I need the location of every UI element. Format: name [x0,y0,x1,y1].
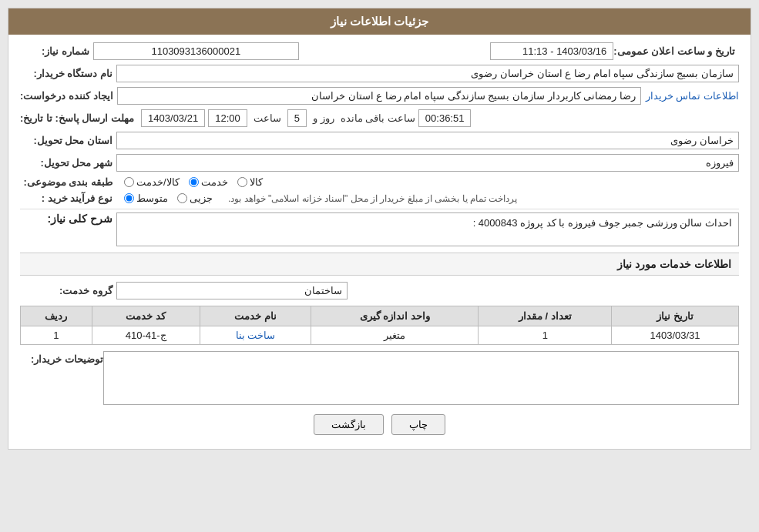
city-value: فیروزه [116,154,739,172]
buyer-org-value: سازمان بسیج سازندگی سپاه امام رضا ع استا… [116,65,739,82]
col-row-num: ردیف [21,306,92,326]
cell-row-num: 1 [21,326,92,345]
creator-link[interactable]: اطلاعات تماس خریدار [646,90,739,102]
category-khedmat-label: خدمت [201,176,228,188]
process-motavaset-item[interactable]: متوسط [124,192,168,204]
process-motavaset-radio[interactable] [124,193,134,203]
need-number-label: شماره نیاز: [20,45,89,57]
buyer-desc-label: توضیحات خریدار: [26,351,103,365]
description-value: احداث سالن ورزشی جمبر جوف فیروزه با کد پ… [116,212,739,246]
cell-service-name: ساخت بنا [200,326,311,345]
service-group-row: ساختمان گروه خدمت: [20,282,739,299]
buyer-org-label: نام دستگاه خریدار: [20,68,113,79]
process-jozi-item[interactable]: جزیی [177,192,213,204]
category-kala-khedmat-item[interactable]: کالا/خدمت [124,176,180,188]
process-label: نوع فرآیند خرید : [20,192,113,204]
description-label: شرح کلی نیاز: [20,212,113,225]
category-kala-label: کالا [250,176,263,188]
deadline-remaining-label: ساعت باقی مانده [341,112,415,124]
cell-service-code: ج-41-410 [92,326,200,345]
creator-label: ایجاد کننده درخواست: [20,90,113,102]
province-row: خراسان رضوی استان محل تحویل: [20,132,739,149]
services-section-title: اطلاعات خدمات مورد نیاز [20,253,739,276]
deadline-date-value: 1403/03/21 [141,109,205,127]
deadline-time-value: 12:00 [208,109,247,127]
announce-label: تاریخ و ساعت اعلان عمومی: [613,45,735,57]
col-date: تاریخ نیاز [612,306,739,326]
creator-row: اطلاعات تماس خریدار رضا رمضانی کاربردار … [20,87,739,105]
province-value: خراسان رضوی [116,132,739,149]
description-row: احداث سالن ورزشی جمبر جوف فیروزه با کد پ… [20,212,739,246]
need-number-value: 1103093136000021 [93,42,299,60]
service-group-label: گروه خدمت: [20,285,113,296]
need-number-row: تاریخ و ساعت اعلان عمومی: 1403/03/16 - 1… [20,42,739,60]
col-service-code: کد خدمت [92,306,200,326]
buyer-org-row: سازمان بسیج سازندگی سپاه امام رضا ع استا… [20,65,739,82]
page-title: جزئیات اطلاعات نیاز [8,8,751,35]
category-label: طبقه بندی موضوعی: [20,176,113,188]
divider-1 [20,209,739,209]
col-quantity: تعداد / مقدار [479,306,612,326]
announce-value: 1403/03/16 - 11:13 [490,42,613,60]
category-kala-khedmat-radio[interactable] [124,177,134,187]
category-khedmat-item[interactable]: خدمت [189,176,228,188]
creator-value: رضا رمضانی کاربردار سازمان بسیج سازندگی … [117,87,641,105]
deadline-days-value: 5 [287,109,307,127]
process-radio-group: متوسط جزیی [124,192,213,204]
category-kala-khedmat-label: کالا/خدمت [136,176,180,188]
process-jozi-label: جزیی [190,192,213,204]
cell-date: 1403/03/31 [612,326,739,345]
deadline-days-label: روز و [313,112,334,124]
services-table: تاریخ نیاز تعداد / مقدار واحد اندازه گیر… [20,306,739,345]
cell-quantity: 1 [479,326,612,345]
back-button[interactable]: بازگشت [314,414,384,435]
col-unit: واحد اندازه گیری [311,306,479,326]
process-motavaset-label: متوسط [136,192,168,204]
col-service-name: نام خدمت [200,306,311,326]
category-kala-item[interactable]: کالا [237,176,263,188]
deadline-row: 00:36:51 ساعت باقی مانده روز و 5 ساعت 12… [20,109,739,127]
category-row: کالا/خدمت خدمت کالا طبقه بندی موضوعی: [20,176,739,188]
province-label: استان محل تحویل: [20,135,113,146]
city-label: شهر محل تحویل: [20,157,113,169]
cell-unit: متغیر [311,326,479,345]
buttons-row: چاپ بازگشت [20,414,739,435]
city-row: فیروزه شهر محل تحویل: [20,154,739,172]
table-row: 1403/03/31 1 متغیر ساخت بنا ج-41-410 1 [21,326,739,345]
buyer-desc-row: توضیحات خریدار: [20,351,739,405]
deadline-label: مهلت ارسال پاسخ: تا تاریخ: [20,112,134,124]
print-button[interactable]: چاپ [391,414,445,435]
deadline-time-label: ساعت [254,112,281,124]
service-group-value: ساختمان [116,282,348,299]
deadline-remaining-value: 00:36:51 [418,109,472,127]
process-jozi-radio[interactable] [177,193,187,203]
category-radio-group: کالا/خدمت خدمت کالا [124,176,263,188]
service-name-link[interactable]: ساخت بنا [236,330,276,341]
process-row: پرداخت تمام یا بخشی از مبلغ خریدار از مح… [20,192,739,204]
category-kala-radio[interactable] [237,177,247,187]
category-khedmat-radio[interactable] [189,177,199,187]
process-note: پرداخت تمام یا بخشی از مبلغ خریدار از مح… [228,193,517,204]
buyer-desc-input[interactable] [103,351,739,405]
